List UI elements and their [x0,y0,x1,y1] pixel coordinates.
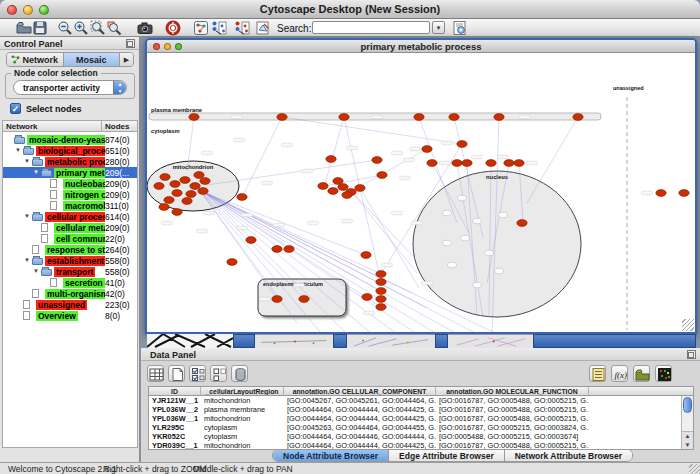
table-row[interactable]: YPL036W__1mitochondrion[GO:0044464, GO:0… [149,414,693,423]
background-window-fragment[interactable] [333,334,347,348]
tree-item[interactable]: ▼primary metabo209(... [3,167,137,178]
table-row[interactable]: YLR295Ccytoplasm[GO:0045263, GO:0044464,… [149,423,693,432]
layout-red-icon[interactable] [234,20,250,36]
attribute-table[interactable]: ID_cellularLayoutRegionannotation.GO CEL… [148,386,694,450]
birdseye-view-icon[interactable] [193,20,209,36]
column-header[interactable]: annotation.GO MOLECULAR_FUNCTION [436,387,589,395]
select-nodes-label: Select nodes [26,104,82,114]
attribute-browser-tab[interactable]: Node Attribute Browser [273,450,389,461]
zoom-out-icon[interactable] [57,20,73,36]
save-session-icon[interactable] [32,20,48,36]
tree-item[interactable]: macromolecule311(0) [3,200,137,211]
new-attribute-icon[interactable] [168,365,185,382]
background-window-fragment[interactable] [347,334,435,348]
column-header[interactable]: ID [149,387,201,395]
delete-attribute-icon[interactable] [231,365,248,382]
tab-network[interactable]: Network [7,53,64,66]
tree-expand-arrow-icon[interactable]: ▼ [33,268,39,274]
search-dropdown-arrow-icon[interactable]: ▾ [432,21,445,34]
tree-col-network[interactable]: Network [2,120,102,132]
data-panel-float-icon[interactable] [687,350,696,359]
background-window-fragment[interactable] [147,334,233,348]
tree-item[interactable]: nucleobase-co209(0) [3,178,137,189]
zoom-fit-icon[interactable] [90,20,106,36]
help-icon[interactable] [165,20,181,36]
search-settings-icon[interactable] [452,20,468,36]
snapshot-icon[interactable] [137,20,153,36]
attribute-table-icon[interactable] [147,365,164,382]
background-window-fragment[interactable] [448,334,533,348]
table-scrollbar[interactable]: ▲▼ [681,396,693,449]
float-panel-icon[interactable] [126,39,135,48]
tree-expand-arrow-icon[interactable]: ▼ [24,213,30,219]
background-window-fragment[interactable] [233,334,255,348]
attribute-browser-tab[interactable]: Network Attribute Browser [505,450,632,461]
tree-expand-arrow-icon[interactable]: ▼ [15,147,21,153]
network-node [494,114,504,121]
table-cell: mitochondrion [201,414,284,423]
open-session-icon[interactable] [16,20,32,36]
unselect-attributes-icon[interactable] [210,365,227,382]
matrix-view-icon[interactable] [655,365,672,382]
background-window-fragment[interactable] [533,334,696,348]
column-header[interactable]: annotation.GO CELLULAR_COMPONENT [284,387,436,395]
tree-item[interactable]: ▼establishment of lo558(0) [3,255,137,266]
network-view-titlebar[interactable]: primary metabolic process [147,40,695,53]
column-header-filler [589,387,693,395]
tab-mosaic-label: Mosaic [76,53,107,67]
tree-item-node-count: 614(0) [105,212,137,222]
tree-col-nodes[interactable]: Nodes [102,120,138,132]
color-attribute-dropdown[interactable]: transporter activity ▲▼ [13,80,127,95]
annotation-icon[interactable] [255,20,271,36]
tab-mosaic[interactable]: Mosaic [64,53,121,66]
table-row[interactable]: YPL036W__2plasma membrane[GO:0044464, GO… [149,405,693,414]
nucleus-region [413,171,581,317]
node-label-box [260,297,271,301]
tree-item[interactable]: ▼cellular process614(0) [3,211,137,222]
tree-item[interactable]: nitrogen compo209(0) [3,189,137,200]
scrollbar-arrows[interactable]: ▲▼ [682,431,693,449]
layout-blue-icon[interactable] [211,20,227,36]
tree-item[interactable]: ▼transport558(0) [3,266,137,277]
table-row[interactable]: YKR052Ccytoplasm[GO:0044464, GO:0044446,… [149,432,693,441]
zoom-selected-icon[interactable] [106,20,122,36]
network-view-frame[interactable]: primary metabolic process plasma membran… [145,38,697,334]
table-cell: [GO:0016787, GO:0005488, GO:0005215, G..… [436,405,589,414]
import-attributes-icon[interactable] [633,365,650,382]
tree-expand-arrow-icon[interactable]: ▼ [24,158,30,164]
tabs-overflow-arrow-icon[interactable]: ▶ [120,53,133,66]
network-node [573,114,583,121]
network-edge [205,193,366,255]
tree-item[interactable]: cellular metabo209(0) [3,222,137,233]
tree-item[interactable]: response to stimulu264(0) [3,244,137,255]
search-input[interactable] [312,21,430,34]
tree-item[interactable]: ▼metabolic process280(0) [3,156,137,167]
background-window-fragment[interactable] [255,334,333,348]
network-canvas[interactable]: plasma membrane cytoplasm mitochondrion … [147,53,695,332]
tree-item-node-count: 209(0) [105,179,137,189]
network-node [186,191,196,198]
attribute-list-icon[interactable] [589,365,606,382]
frame-resize-grip[interactable] [682,319,694,331]
select-attributes-icon[interactable] [189,365,206,382]
tree-item[interactable]: ▼biological_process651(0) [3,145,137,156]
tree-expand-arrow-icon[interactable]: ▼ [33,169,39,175]
table-row[interactable]: YJR121W__1mitochondrion[GO:0045267, GO:0… [149,396,693,405]
tree-item[interactable]: multi-organism pro42(0) [3,288,137,299]
column-header[interactable]: _cellularLayoutRegion [201,387,284,395]
attribute-browser-tab[interactable]: Edge Attribute Browser [389,450,505,461]
select-nodes-checkbox[interactable]: ✓ [10,103,21,114]
tree-item[interactable]: secretion41(0) [3,277,137,288]
tree-expand-arrow-icon[interactable]: ▼ [24,257,30,263]
scrollbar-thumb[interactable] [683,397,692,413]
window-resize-grip[interactable] [689,464,700,474]
zoom-in-icon[interactable] [73,20,89,36]
tree-item[interactable]: mosaic-demo-yeast874(0) [3,134,137,145]
tree-item[interactable]: Overview8(0) [3,310,137,321]
tree-item[interactable]: unassigned223(0) [3,299,137,310]
nucleus-subnode [461,235,470,241]
tree-item[interactable]: cell communicat22(0) [3,233,137,244]
function-builder-icon[interactable]: f(x) [611,365,628,382]
network-node [376,296,386,303]
background-window-fragment[interactable] [435,334,448,348]
